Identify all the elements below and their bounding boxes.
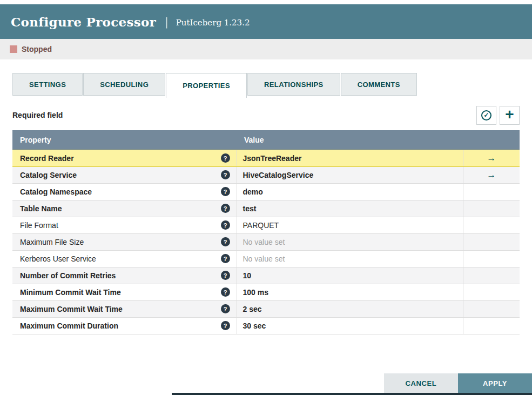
dialog-title: Configure Processor [11, 15, 156, 29]
table-row[interactable]: File Format ? PARQUET [12, 217, 520, 233]
cancel-button[interactable]: CANCEL [384, 373, 458, 393]
tab-comments[interactable]: COMMENTS [341, 73, 417, 96]
property-value-cell[interactable]: 10 [237, 267, 463, 284]
help-icon[interactable]: ? [221, 254, 230, 263]
property-value-cell[interactable]: 100 ms [237, 284, 463, 300]
tab-label: RELATIONSHIPS [264, 81, 324, 89]
property-name: Catalog Service [20, 171, 77, 179]
property-value: 2 sec [243, 305, 262, 313]
help-icon[interactable]: ? [221, 304, 230, 313]
property-name: Maximum File Size [20, 238, 84, 246]
property-value-cell[interactable]: demo [237, 183, 463, 200]
property-name: Number of Commit Retries [20, 271, 116, 280]
property-value-cell[interactable]: JsonTreeReader [237, 150, 463, 166]
table-row[interactable]: Minimum Commit Wait Time ? 100 ms [12, 284, 520, 300]
configure-processor-dialog: Configure Processor | PutIceberg 1.23.2 … [0, 4, 532, 334]
verify-properties-button[interactable]: ✓ [476, 106, 496, 125]
property-name: Catalog Namespace [20, 188, 92, 196]
property-name: Minimum Commit Wait Time [20, 288, 121, 297]
help-icon[interactable]: ? [221, 321, 230, 330]
help-icon[interactable]: ? [221, 237, 230, 246]
property-value: PARQUET [243, 221, 279, 230]
property-value: demo [243, 188, 263, 196]
property-name: Table Name [20, 204, 62, 213]
background-page-edge [172, 393, 532, 395]
plus-icon: + [505, 107, 514, 122]
footer-buttons: CANCEL APPLY [384, 373, 532, 393]
property-value: test [243, 204, 257, 213]
property-value: 100 ms [243, 288, 268, 297]
help-icon[interactable]: ? [221, 204, 230, 213]
property-value-cell[interactable]: test [237, 200, 463, 217]
table-header-row: Property Value [12, 130, 520, 150]
properties-table-body: Record Reader ? JsonTreeReader → Catalog… [12, 150, 520, 334]
help-icon[interactable]: ? [221, 153, 230, 163]
help-icon[interactable]: ? [221, 287, 230, 297]
apply-button[interactable]: APPLY [458, 373, 532, 393]
dialog-header: Configure Processor | PutIceberg 1.23.2 [0, 4, 532, 39]
status-label: Stopped [22, 45, 52, 53]
table-row[interactable]: Kerberos User Service ? No value set [12, 250, 520, 267]
property-value: 30 sec [243, 322, 266, 330]
title-separator: | [165, 15, 169, 28]
processor-type-version: PutIceberg 1.23.2 [176, 18, 250, 28]
property-value: No value set [243, 255, 285, 263]
table-row[interactable]: Maximum Commit Duration ? 30 sec [12, 317, 520, 334]
property-value-cell[interactable]: 30 sec [237, 317, 463, 334]
toolbar-buttons: ✓ + [473, 106, 520, 125]
properties-table: Property Value Record Reader ? JsonTreeR… [12, 130, 520, 334]
status-bar: Stopped [0, 39, 532, 59]
tab-label: SETTINGS [29, 81, 66, 89]
property-value: No value set [243, 238, 285, 246]
property-value: HiveCatalogService [243, 171, 314, 179]
table-row[interactable]: Catalog Service ? HiveCatalogService → [12, 166, 520, 183]
check-circle-icon: ✓ [481, 110, 491, 120]
property-name: Kerberos User Service [20, 255, 96, 263]
property-name: Record Reader [20, 154, 74, 163]
dialog-content: SETTINGS SCHEDULING PROPERTIES RELATIONS… [0, 73, 532, 334]
required-field-label: Required field [12, 111, 63, 119]
tab-settings[interactable]: SETTINGS [12, 73, 83, 96]
tab-label: PROPERTIES [183, 82, 230, 90]
table-row[interactable]: Number of Commit Retries ? 10 [12, 267, 520, 284]
add-property-button[interactable]: + [500, 106, 520, 125]
help-icon[interactable]: ? [221, 187, 230, 196]
property-value: JsonTreeReader [243, 154, 302, 163]
property-value-cell[interactable]: PARQUET [237, 217, 463, 233]
value-column-header: Value [237, 130, 520, 150]
help-icon[interactable]: ? [221, 220, 230, 230]
property-value-cell[interactable]: No value set [237, 250, 463, 267]
goto-service-icon[interactable]: → [487, 153, 496, 163]
stopped-status-icon [10, 45, 17, 53]
properties-toolbar: Required field ✓ + [12, 105, 520, 125]
goto-service-icon[interactable]: → [487, 170, 496, 180]
help-icon[interactable]: ? [221, 271, 230, 280]
table-row[interactable]: Maximum File Size ? No value set [12, 233, 520, 250]
property-value: 10 [243, 271, 252, 280]
property-value-cell[interactable]: 2 sec [237, 300, 463, 317]
tab-bar: SETTINGS SCHEDULING PROPERTIES RELATIONS… [12, 73, 520, 98]
table-row[interactable]: Record Reader ? JsonTreeReader → [12, 150, 520, 166]
property-name: Maximum Commit Wait Time [20, 305, 123, 313]
tab-scheduling[interactable]: SCHEDULING [83, 73, 165, 96]
property-name: File Format [20, 221, 58, 230]
tab-properties[interactable]: PROPERTIES [166, 73, 247, 98]
tab-label: COMMENTS [358, 81, 400, 89]
table-row[interactable]: Table Name ? test [12, 200, 520, 217]
help-icon[interactable]: ? [221, 170, 230, 179]
property-value-cell[interactable]: No value set [237, 233, 463, 250]
property-value-cell[interactable]: HiveCatalogService [237, 166, 463, 183]
table-row[interactable]: Maximum Commit Wait Time ? 2 sec [12, 300, 520, 317]
tab-label: SCHEDULING [100, 81, 149, 89]
tab-relationships[interactable]: RELATIONSHIPS [247, 73, 340, 96]
property-column-header: Property [12, 130, 237, 150]
table-row[interactable]: Catalog Namespace ? demo [12, 183, 520, 200]
property-name: Maximum Commit Duration [20, 322, 118, 330]
